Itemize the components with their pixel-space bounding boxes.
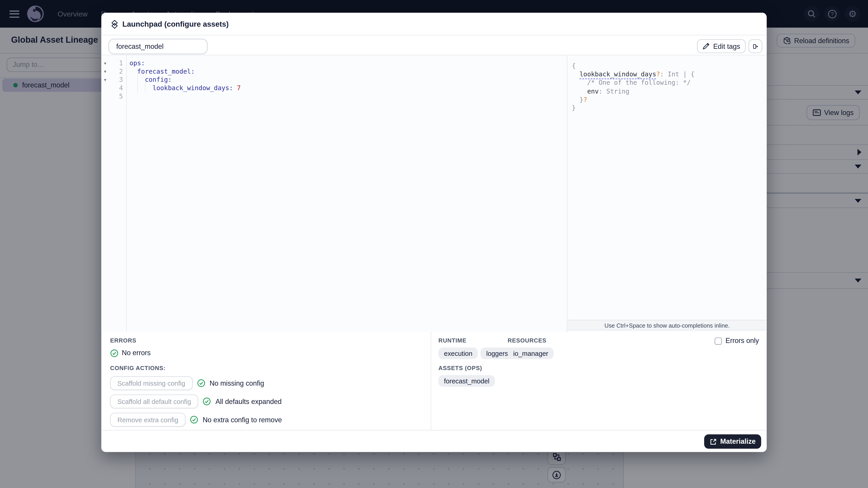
schema-token: }	[572, 96, 583, 103]
check-icon-wrap	[190, 416, 198, 424]
code-token	[233, 84, 237, 92]
errors-status: No errors	[122, 349, 151, 357]
code-token: config:	[145, 76, 172, 84]
gutter-line: ▾1	[101, 59, 126, 68]
config-editor[interactable]: ▾1▾2▾345 ops: forecast_model: config: lo…	[101, 55, 567, 332]
errors-only-label: Errors only	[725, 337, 759, 345]
errors-only-toggle[interactable]: Errors only	[715, 337, 759, 345]
dialog-tab-row: forecast_model Edit tags	[101, 35, 767, 55]
tag-group: RUNTIMEexecutionloggers	[438, 337, 514, 359]
check-circle-icon	[190, 416, 198, 424]
session-tab-label: forecast_model	[116, 43, 163, 51]
gutter-line: 5	[101, 92, 126, 101]
schema-token	[572, 87, 587, 95]
dialog-footer: Materialize	[101, 430, 767, 452]
line-number: 2	[109, 68, 126, 76]
config-action-status: No missing config	[210, 379, 264, 387]
schema-line: }?	[572, 96, 767, 104]
schema-line: env: String	[572, 87, 767, 96]
app-root: OverviewRunsAssetsAutomationDeployment ?…	[0, 0, 868, 488]
schema-token: {	[572, 62, 576, 70]
code-line[interactable]	[129, 92, 567, 101]
tag-pill: execution	[438, 348, 478, 359]
autocomplete-hint: Use Ctrl+Space to show auto-completions …	[567, 320, 767, 330]
code-token	[129, 84, 153, 92]
errors-and-actions: ERRORS No errors CONFIG ACTIONS: Scaffol…	[101, 332, 431, 430]
config-actions: Scaffold missing configNo missing config…	[110, 376, 431, 427]
check-circle-icon	[110, 349, 119, 357]
check-icon-wrap	[203, 397, 211, 405]
schema-lines: { lookback_window_days?: Int | { /* One …	[567, 55, 767, 112]
code-token: ops:	[129, 59, 145, 67]
materialize-button[interactable]: Materialize	[704, 434, 761, 449]
gutter-line: ▾2	[101, 68, 126, 76]
schema-token: : Int | {	[660, 70, 694, 78]
schema-line: /* One of the following: */	[572, 79, 767, 87]
schema-token: }	[572, 104, 576, 111]
config-action-status: All defaults expanded	[215, 398, 282, 405]
expand-panel-button[interactable]	[748, 39, 762, 53]
tag-group-label: RESOURCES	[508, 337, 554, 344]
edit-tags-label: Edit tags	[713, 42, 740, 50]
line-number: 1	[109, 59, 126, 68]
code-token: 7	[237, 84, 241, 92]
fold-arrow-icon[interactable]: ▾	[101, 68, 109, 76]
config-action-button[interactable]: Remove extra config	[110, 413, 185, 427]
pencil-icon	[703, 43, 710, 50]
config-action-row: Scaffold all default configAll defaults …	[110, 394, 431, 408]
tag-pill-row: io_manager	[508, 348, 554, 359]
errors-only-checkbox[interactable]	[715, 337, 722, 345]
config-action-row: Scaffold missing configNo missing config	[110, 376, 431, 390]
schema-token: : String	[599, 87, 629, 95]
launchpad-dialog: Launchpad (configure assets) forecast_mo…	[101, 13, 767, 452]
dialog-title: Launchpad (configure assets)	[122, 13, 228, 35]
external-link-icon	[710, 438, 717, 445]
code-token	[129, 68, 137, 75]
editor-code[interactable]: ops: forecast_model: config: lookback_wi…	[129, 55, 567, 332]
errors-status-row: No errors	[110, 349, 431, 357]
code-line[interactable]: lookback_window_days: 7	[129, 84, 567, 92]
code-line[interactable]: ops:	[129, 59, 567, 68]
tag-group: ASSETS (OPS)forecast_model	[438, 365, 495, 387]
config-action-row: Remove extra configNo extra config to re…	[110, 413, 431, 427]
schema-token: ?	[583, 96, 587, 103]
gutter-line: 4	[101, 84, 126, 92]
schema-token: /* One of the following: */	[572, 79, 691, 87]
gutter-line: ▾3	[101, 76, 126, 84]
materialize-label: Materialize	[720, 437, 756, 445]
fold-arrow-icon[interactable]: ▾	[101, 59, 109, 68]
schema-token: env	[587, 87, 599, 95]
dialog-body: ▾1▾2▾345 ops: forecast_model: config: lo…	[101, 55, 767, 332]
schema-line: lookback_window_days?: Int | {	[572, 70, 767, 78]
code-token: forecast_model:	[137, 68, 195, 75]
line-number: 3	[109, 76, 126, 84]
code-line[interactable]: forecast_model:	[129, 68, 567, 76]
check-circle-icon	[203, 397, 211, 405]
tag-pill-row: executionloggers	[438, 348, 514, 359]
dialog-header: Launchpad (configure assets)	[101, 13, 767, 35]
editor-gutter: ▾1▾2▾345	[101, 55, 127, 332]
tag-pill: forecast_model	[438, 375, 495, 387]
tag-group-label: ASSETS (OPS)	[438, 365, 495, 371]
check-icon-wrap	[197, 379, 205, 387]
launchpad-icon	[110, 20, 119, 29]
tag-pill: io_manager	[508, 348, 554, 359]
run-targets: Errors only RUNTIMEexecutionloggersRESOU…	[431, 332, 767, 430]
config-action-button[interactable]: Scaffold all default config	[110, 394, 198, 408]
code-token: lookback_window_days:	[153, 84, 233, 92]
session-tab-forecast-model[interactable]: forecast_model	[108, 39, 208, 54]
tag-group: RESOURCESio_manager	[508, 337, 554, 359]
code-token	[129, 76, 145, 84]
edit-tags-button[interactable]: Edit tags	[697, 39, 746, 53]
schema-panel: { lookback_window_days?: Int | { /* One …	[567, 55, 767, 332]
check-circle-icon	[197, 379, 205, 387]
config-action-button[interactable]: Scaffold missing config	[110, 376, 192, 390]
config-action-status: No extra config to remove	[203, 416, 282, 423]
schema-line: }	[572, 104, 767, 112]
fold-arrow-icon[interactable]: ▾	[101, 76, 109, 84]
schema-token	[572, 70, 580, 78]
dialog-lower-section: ERRORS No errors CONFIG ACTIONS: Scaffol…	[101, 332, 767, 430]
tag-group-label: RUNTIME	[438, 337, 514, 344]
schema-line: {	[572, 62, 767, 70]
code-line[interactable]: config:	[129, 76, 567, 84]
